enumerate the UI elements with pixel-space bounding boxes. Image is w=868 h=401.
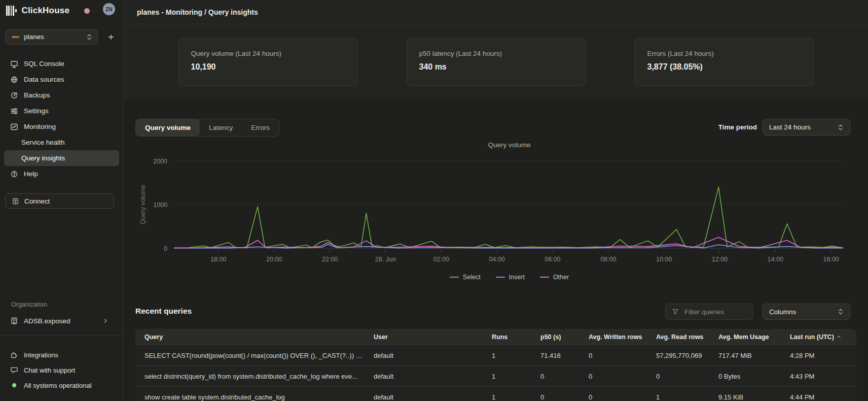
avg-written-cell: 0 <box>580 352 647 359</box>
svg-text:18:00: 18:00 <box>210 256 226 263</box>
integrations-puzzle-icon <box>10 351 18 359</box>
query-volume-chart: 01000200018:0020:0022:0028. Jun02:0004:0… <box>124 152 868 274</box>
column-header-avg-mem[interactable]: Avg. Mem Usage <box>709 333 781 341</box>
last-run-cell: 4:44 PM <box>781 393 856 401</box>
column-header-runs[interactable]: Runs <box>483 333 531 341</box>
app-name: ClickHouse <box>21 6 69 16</box>
legend-item-other[interactable]: Other <box>540 274 569 281</box>
column-header-avg-read[interactable]: Avg. Read rows <box>647 333 709 341</box>
sidebar-item-service-health[interactable]: Service health <box>4 135 119 150</box>
tab-latency[interactable]: Latency <box>200 119 242 136</box>
svg-text:04:00: 04:00 <box>489 256 504 263</box>
time-period-select[interactable]: Last 24 hours <box>763 119 850 136</box>
stat-value: 10,190 <box>191 62 345 72</box>
sidebar-item-sql-console[interactable]: SQL Console <box>4 56 119 72</box>
organization-heading: Organization <box>11 301 47 308</box>
last-run-cell: 4:43 PM <box>781 373 856 380</box>
svg-text:2000: 2000 <box>153 158 167 165</box>
stat-value: 3,877 (38.05%) <box>647 62 801 72</box>
select-series-swatch <box>450 277 459 278</box>
column-header-avg-written[interactable]: Avg. Written rows <box>580 333 647 341</box>
chevron-up-down-icon <box>838 308 844 315</box>
sidebar: ClickHouse ZN aws planes SQL Console Dat… <box>0 0 124 401</box>
sidebar-item-settings[interactable]: Settings <box>4 103 119 119</box>
sidebar-item-label: Service health <box>21 139 65 146</box>
sidebar-item-label: Monitoring <box>24 123 56 130</box>
other-series-swatch <box>540 277 549 278</box>
table-row[interactable]: show create table system.distributed_cac… <box>135 386 856 401</box>
aws-icon: aws <box>11 34 20 40</box>
organization-switcher[interactable]: ADSB.exposed <box>4 313 119 329</box>
svg-text:06:00: 06:00 <box>545 256 560 263</box>
service-selector[interactable]: aws planes <box>5 29 98 45</box>
sidebar-item-chat-support[interactable]: Chat with support <box>4 362 119 378</box>
table-row[interactable]: SELECT CAST(round(pow(count() / max(coun… <box>135 345 856 365</box>
connect-button[interactable]: Connect <box>5 193 114 209</box>
user-cell: default <box>365 373 483 380</box>
chart-legend: Select Insert Other <box>174 272 844 282</box>
status-ok-dot <box>10 383 18 387</box>
svg-text:28. Jun: 28. Jun <box>375 256 396 263</box>
recent-queries-title: Recent queries <box>135 307 192 316</box>
settings-sliders-icon <box>10 107 18 115</box>
sidebar-item-backups[interactable]: Backups <box>4 87 119 103</box>
stat-value: 340 ms <box>419 62 573 72</box>
sidebar-item-label: Query insights <box>21 154 65 162</box>
stat-card-query-volume: Query volume (Last 24 hours) 10,190 <box>178 38 357 86</box>
stats-band: Query volume (Last 24 hours) 10,190 p50 … <box>124 24 868 100</box>
svg-text:22:00: 22:00 <box>322 256 338 263</box>
sidebar-item-data-sources[interactable]: Data sources <box>4 72 119 87</box>
stat-label: Errors (Last 24 hours) <box>647 50 801 57</box>
sidebar-divider <box>0 335 123 336</box>
svg-text:10:00: 10:00 <box>656 256 672 263</box>
tab-errors[interactable]: Errors <box>242 119 279 136</box>
sidebar-item-monitoring[interactable]: Monitoring <box>4 119 119 135</box>
sidebar-item-help[interactable]: Help <box>4 166 119 182</box>
sql-console-icon <box>10 60 18 68</box>
tab-query-volume[interactable]: Query volume <box>136 119 200 136</box>
sidebar-item-label: Data sources <box>24 76 64 83</box>
clickhouse-logo-icon[interactable] <box>6 6 17 16</box>
avg-mem-cell: 9.15 KiB <box>709 393 781 401</box>
column-header-query[interactable]: Query <box>135 333 365 341</box>
recent-queries-table: Query User Runs p50 (s) Avg. Written row… <box>135 329 856 401</box>
svg-text:16:00: 16:00 <box>823 256 839 263</box>
runs-cell: 1 <box>483 373 531 380</box>
stat-label: p50 latency (Last 24 hours) <box>419 50 573 57</box>
filter-queries-input[interactable] <box>683 308 741 316</box>
service-selector-value: planes <box>24 33 86 41</box>
query-cell: select distrinct(query_id) from system.d… <box>135 373 365 380</box>
stat-card-p50-latency: p50 latency (Last 24 hours) 340 ms <box>407 38 586 86</box>
sidebar-item-integrations[interactable]: Integrations <box>4 347 119 362</box>
column-header-last-run[interactable]: Last run (UTC) <box>781 333 856 341</box>
query-cell: SELECT CAST(round(pow(count() / max(coun… <box>135 352 365 359</box>
last-run-cell: 4:28 PM <box>781 352 856 359</box>
sidebar-item-label: SQL Console <box>24 60 64 68</box>
columns-select[interactable]: Columns <box>763 304 850 320</box>
avg-read-cell: 0 <box>647 373 709 380</box>
sidebar-item-system-status[interactable]: All systems operational <box>4 378 119 393</box>
legend-item-insert[interactable]: Insert <box>496 274 525 281</box>
sidebar-item-query-insights[interactable]: Query insights <box>4 150 119 166</box>
add-service-button[interactable] <box>104 31 118 43</box>
legend-item-select[interactable]: Select <box>450 274 481 281</box>
sidebar-item-label: Chat with support <box>24 366 75 374</box>
column-header-user[interactable]: User <box>365 333 483 341</box>
user-cell: default <box>365 352 483 359</box>
building-icon <box>10 317 18 325</box>
content-area: Query volume Latency Errors Time period … <box>124 99 868 401</box>
svg-text:1000: 1000 <box>153 202 167 209</box>
stat-label: Query volume (Last 24 hours) <box>191 50 345 57</box>
time-period-control: Time period Last 24 hours <box>718 119 850 136</box>
p50-cell: 71.416 <box>531 352 580 359</box>
svg-text:14:00: 14:00 <box>768 256 783 263</box>
table-row[interactable]: select distrinct(query_id) from system.d… <box>135 365 856 386</box>
chevron-up-down-icon <box>838 124 844 131</box>
avatar[interactable]: ZN <box>103 3 115 15</box>
column-header-p50[interactable]: p50 (s) <box>531 333 580 341</box>
notification-dot[interactable] <box>84 8 90 14</box>
user-cell: default <box>365 393 483 401</box>
sidebar-item-label: Backups <box>24 91 50 99</box>
organization-name: ADSB.exposed <box>24 317 70 325</box>
funnel-icon <box>672 308 679 315</box>
